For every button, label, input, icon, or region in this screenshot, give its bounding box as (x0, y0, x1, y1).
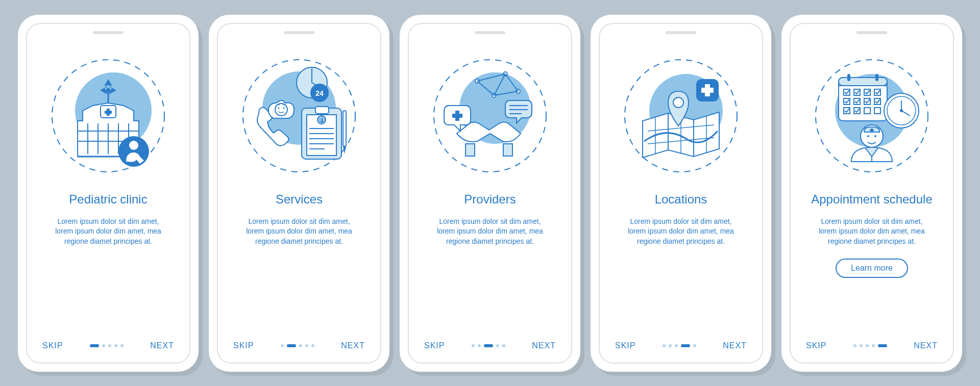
clinic-icon (47, 55, 169, 177)
next-button[interactable]: NEXT (532, 341, 556, 350)
phone-speaker (284, 31, 314, 34)
pagination-dot[interactable] (287, 344, 296, 347)
providers-icon (429, 55, 551, 177)
screen-description: Lorem ipsum dolor sit dim amet, lorem ip… (42, 217, 174, 247)
pagination-dot[interactable] (866, 344, 869, 347)
pagination-dots (90, 344, 124, 347)
learn-more-button[interactable]: Learn more (836, 259, 908, 278)
pagination-dot[interactable] (853, 344, 856, 347)
pagination-dots (472, 344, 505, 347)
svg-point-13 (129, 141, 138, 150)
pagination-dot[interactable] (472, 344, 475, 347)
pagination-dot[interactable] (675, 344, 678, 347)
svg-point-85 (874, 135, 876, 137)
svg-point-82 (900, 109, 903, 112)
next-button[interactable]: NEXT (150, 341, 174, 350)
onboarding-footer: SKIP NEXT (424, 341, 556, 350)
next-button[interactable]: NEXT (341, 341, 365, 350)
skip-button[interactable]: SKIP (233, 341, 254, 350)
phone-speaker (856, 31, 887, 34)
pagination-dot[interactable] (663, 344, 666, 347)
pagination-dot[interactable] (311, 344, 314, 347)
locations-icon (620, 55, 742, 177)
phone-screen-4: Appointment schedule Lorem ipsum dolor s… (781, 15, 962, 372)
pagination-dot[interactable] (102, 344, 105, 347)
pagination-dot[interactable] (693, 344, 696, 347)
screen-title: Pediatric clinic (69, 192, 147, 207)
svg-rect-62 (839, 78, 887, 86)
phone-speaker (93, 31, 124, 34)
svg-point-84 (867, 135, 869, 137)
onboarding-footer: SKIP NEXT (233, 341, 365, 350)
pagination-dot[interactable] (281, 344, 284, 347)
svg-rect-43 (465, 144, 475, 156)
svg-point-31 (283, 107, 285, 109)
appointment-icon (811, 55, 933, 177)
svg-rect-65 (875, 74, 878, 81)
pagination-dot[interactable] (878, 344, 887, 347)
screen-description: Lorem ipsum dolor sit dim amet, lorem ip… (806, 217, 938, 247)
onboarding-footer: SKIP NEXT (615, 341, 747, 350)
screen-description: Lorem ipsum dolor sit dim amet, lorem ip… (424, 217, 556, 247)
phone-screen-2: Providers Lorem ipsum dolor sit dim amet… (400, 15, 580, 372)
svg-text:24: 24 (315, 89, 324, 97)
phone-screen-3: Locations Lorem ipsum dolor sit dim amet… (591, 15, 771, 372)
pagination-dot[interactable] (478, 344, 481, 347)
phone-inner: Providers Lorem ipsum dolor sit dim amet… (408, 23, 572, 364)
phone-inner: Pediatric clinic Lorem ipsum dolor sit d… (26, 23, 190, 364)
pagination-dot[interactable] (120, 344, 124, 347)
pagination-dot[interactable] (90, 344, 99, 347)
pagination-dots (663, 344, 696, 347)
pagination-dot[interactable] (114, 344, 117, 347)
skip-button[interactable]: SKIP (615, 341, 635, 350)
screen-description: Lorem ipsum dolor sit dim amet, lorem ip… (615, 217, 747, 247)
pagination-dot[interactable] (108, 344, 111, 347)
screen-title: Providers (464, 192, 516, 207)
phone-screen-1: 24 Services Lorem ipsum dolor sit dim am… (209, 15, 389, 372)
svg-rect-64 (847, 74, 850, 81)
svg-rect-44 (503, 144, 512, 156)
skip-button[interactable]: SKIP (806, 341, 826, 350)
screen-description: Lorem ipsum dolor sit dim amet, lorem ip… (233, 217, 365, 247)
svg-rect-25 (343, 111, 346, 146)
phone-speaker (475, 31, 505, 34)
skip-button[interactable]: SKIP (424, 341, 445, 350)
svg-rect-18 (315, 107, 329, 114)
svg-point-30 (278, 107, 280, 109)
pagination-dot[interactable] (496, 344, 499, 347)
pagination-dot[interactable] (502, 344, 505, 347)
screen-title: Services (276, 192, 323, 207)
onboarding-footer: SKIP NEXT (806, 341, 938, 350)
screen-title: Locations (655, 192, 707, 207)
pagination-dot[interactable] (681, 344, 690, 347)
phone-inner: Appointment schedule Lorem ipsum dolor s… (790, 23, 954, 364)
phone-inner: Locations Lorem ipsum dolor sit dim amet… (599, 23, 763, 364)
onboarding-footer: SKIP NEXT (42, 341, 174, 350)
pagination-dot[interactable] (872, 344, 875, 347)
pagination-dot[interactable] (860, 344, 863, 347)
next-button[interactable]: NEXT (723, 341, 747, 350)
services-icon: 24 (238, 55, 360, 177)
phone-inner: 24 Services Lorem ipsum dolor sit dim am… (217, 23, 381, 364)
pagination-dots (853, 344, 887, 347)
svg-point-57 (673, 97, 683, 108)
phone-screen-0: Pediatric clinic Lorem ipsum dolor sit d… (18, 15, 199, 372)
pagination-dot[interactable] (299, 344, 302, 347)
phone-speaker (666, 31, 696, 34)
pagination-dot[interactable] (484, 344, 493, 347)
skip-button[interactable]: SKIP (42, 341, 63, 350)
pagination-dot[interactable] (669, 344, 672, 347)
next-button[interactable]: NEXT (914, 341, 938, 350)
pagination-dots (281, 344, 314, 347)
screen-title: Appointment schedule (811, 192, 933, 207)
pagination-dot[interactable] (305, 344, 308, 347)
